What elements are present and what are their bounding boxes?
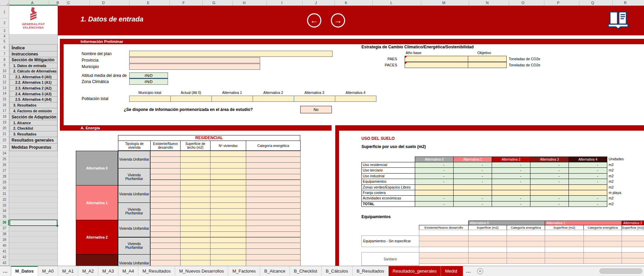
residencial-input-cell[interactable] bbox=[210, 168, 246, 174]
residencial-input-cell[interactable] bbox=[246, 226, 301, 232]
residencial-input-cell[interactable] bbox=[150, 197, 181, 203]
row-header-40[interactable]: 40 bbox=[0, 243, 9, 248]
equip-cell[interactable] bbox=[468, 258, 507, 264]
uso-value-cell[interactable] bbox=[453, 184, 492, 190]
residencial-input-cell[interactable] bbox=[150, 202, 181, 209]
residencial-input-cell[interactable] bbox=[246, 168, 301, 174]
uso-value-cell[interactable]: - bbox=[569, 173, 607, 179]
uso-value-cell[interactable]: - bbox=[453, 173, 492, 179]
equip-cell[interactable] bbox=[545, 230, 584, 236]
column-header-O[interactable]: O bbox=[519, 0, 527, 5]
sheet-tab-M_A3[interactable]: M_A3 bbox=[98, 266, 118, 276]
population-input[interactable] bbox=[253, 96, 294, 102]
column-header-M[interactable]: M bbox=[440, 0, 447, 5]
uso-value-cell[interactable] bbox=[415, 184, 454, 190]
row-header-28[interactable]: 28 bbox=[0, 174, 9, 180]
population-input[interactable] bbox=[211, 96, 253, 102]
next-arrow-button[interactable]: → bbox=[331, 13, 345, 28]
residencial-input-cell[interactable] bbox=[210, 202, 246, 209]
column-header-F[interactable]: F bbox=[180, 0, 187, 5]
uso-value-cell[interactable]: - bbox=[492, 179, 530, 184]
residencial-input-cell[interactable] bbox=[246, 208, 301, 214]
sidebar-item[interactable]: 2.2. Alternativa 1 (A1) bbox=[10, 79, 57, 85]
column-header-I[interactable]: I bbox=[278, 0, 286, 5]
equip-cell[interactable] bbox=[419, 241, 469, 247]
residencial-input-cell[interactable] bbox=[210, 214, 246, 220]
residencial-input-cell[interactable] bbox=[180, 174, 210, 180]
residencial-input-cell[interactable] bbox=[210, 197, 246, 203]
row-header-33[interactable]: 33 bbox=[0, 202, 9, 208]
row-header-34[interactable]: 34 bbox=[0, 208, 9, 214]
uso-value-cell[interactable]: - bbox=[415, 179, 454, 184]
equip-cell[interactable] bbox=[545, 258, 584, 264]
residencial-input-cell[interactable] bbox=[180, 180, 210, 186]
residencial-input-cell[interactable] bbox=[246, 202, 301, 209]
sidebar-item[interactable]: 2.1. Alternativa 0 (A0) bbox=[10, 74, 57, 80]
residencial-input-cell[interactable] bbox=[210, 237, 246, 243]
equip-cell[interactable] bbox=[583, 230, 622, 236]
sheet-tab-M_Nuevos Desarrollos[interactable]: M_Nuevos Desarrollos bbox=[175, 266, 228, 276]
residencial-input-cell[interactable] bbox=[210, 174, 246, 180]
residencial-input-cell[interactable] bbox=[150, 174, 181, 180]
population-input[interactable] bbox=[170, 96, 212, 102]
uso-value-cell[interactable]: - bbox=[453, 201, 492, 207]
residencial-input-cell[interactable] bbox=[210, 226, 246, 232]
derived-value-cell[interactable]: #N/D bbox=[129, 79, 168, 85]
equip-cell[interactable] bbox=[507, 252, 545, 258]
residencial-input-cell[interactable] bbox=[246, 162, 301, 168]
residencial-input-cell[interactable] bbox=[150, 180, 181, 186]
residencial-input-cell[interactable] bbox=[210, 185, 246, 191]
residencial-input-cell[interactable] bbox=[150, 162, 181, 168]
uso-value-cell[interactable] bbox=[415, 190, 454, 196]
row-header-23[interactable]: 23 bbox=[0, 143, 9, 151]
equip-cell[interactable] bbox=[468, 230, 507, 236]
sheet-tab-M_A1[interactable]: M_A1 bbox=[58, 266, 78, 276]
sheet-tab-M_Datos[interactable]: M_Datos bbox=[11, 266, 38, 276]
index-book-button[interactable] bbox=[607, 10, 629, 32]
residencial-input-cell[interactable] bbox=[246, 231, 301, 238]
uso-value-cell[interactable]: - bbox=[569, 167, 607, 173]
sidebar-item[interactable]: Medidas Propuestas bbox=[10, 143, 57, 151]
residencial-input-cell[interactable] bbox=[246, 174, 301, 180]
residencial-input-cell[interactable] bbox=[180, 243, 210, 249]
column-header-P[interactable]: P bbox=[555, 0, 562, 5]
row-header-29[interactable]: 29 bbox=[0, 180, 9, 185]
sheet-tab-M_A2[interactable]: M_A2 bbox=[78, 266, 98, 276]
residencial-input-cell[interactable] bbox=[180, 254, 210, 260]
row-header-5[interactable]: 5 bbox=[0, 39, 9, 44]
row-header-19[interactable]: 19 bbox=[0, 120, 9, 125]
population-input[interactable] bbox=[335, 96, 376, 102]
residencial-input-cell[interactable] bbox=[210, 151, 246, 157]
residencial-input-cell[interactable] bbox=[210, 220, 246, 226]
row-header-3[interactable]: 3 bbox=[0, 28, 9, 34]
sidebar-item[interactable]: Instrucciones bbox=[10, 51, 57, 57]
equip-cell[interactable] bbox=[622, 230, 644, 236]
equip-cell[interactable] bbox=[419, 230, 469, 236]
residencial-input-cell[interactable] bbox=[246, 157, 301, 163]
residencial-input-cell[interactable] bbox=[180, 248, 210, 255]
row-header-22[interactable]: 22 bbox=[0, 137, 9, 143]
row-header-6[interactable]: 6 bbox=[0, 44, 9, 51]
row-header-4[interactable]: 4 bbox=[0, 34, 9, 39]
uso-value-cell[interactable]: - bbox=[453, 167, 492, 173]
row-header-37[interactable]: 37 bbox=[0, 226, 9, 231]
residencial-input-cell[interactable] bbox=[150, 248, 181, 255]
sidebar-item[interactable]: 2. Cálculo de Alternativas: bbox=[10, 68, 57, 74]
uso-value-cell[interactable] bbox=[530, 190, 569, 196]
uso-value-cell[interactable]: - bbox=[492, 201, 530, 207]
residencial-input-cell[interactable] bbox=[180, 260, 210, 266]
population-input[interactable] bbox=[129, 96, 171, 102]
equip-cell[interactable] bbox=[622, 252, 644, 258]
uso-value-cell[interactable]: - bbox=[569, 179, 607, 184]
field-input[interactable] bbox=[129, 57, 260, 63]
uso-value-cell[interactable]: - bbox=[530, 162, 569, 168]
uso-value-cell[interactable]: - bbox=[530, 179, 569, 184]
uso-value-cell[interactable]: - bbox=[569, 201, 607, 207]
residencial-input-cell[interactable] bbox=[150, 231, 181, 238]
equip-cell[interactable] bbox=[545, 241, 584, 247]
column-header-G[interactable]: G bbox=[210, 0, 218, 5]
row-header-32[interactable]: 32 bbox=[0, 197, 9, 202]
residencial-input-cell[interactable] bbox=[210, 243, 246, 249]
column-header-Q[interactable]: Q bbox=[589, 0, 596, 5]
uso-value-cell[interactable]: - bbox=[492, 162, 530, 168]
